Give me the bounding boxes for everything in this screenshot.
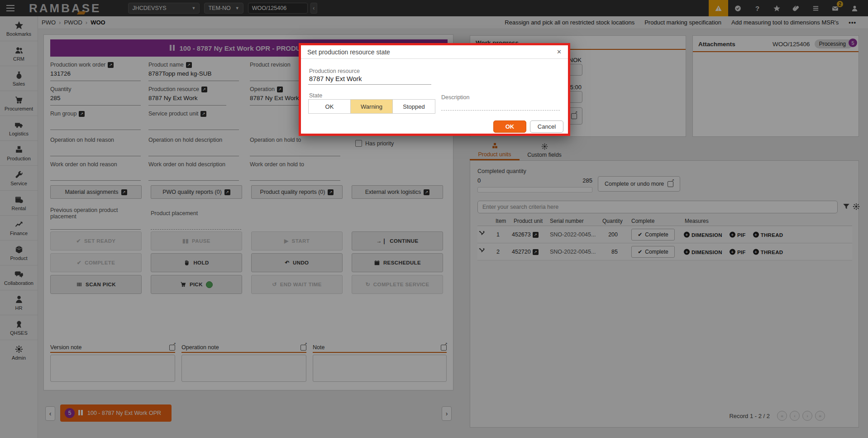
resource-value: 8787 Ny Ext Work (309, 75, 362, 82)
state-warning-button[interactable]: Warning (351, 100, 393, 113)
close-icon[interactable]: ✕ (557, 48, 562, 55)
state-label: State (309, 92, 322, 99)
set-resource-state-dialog: Set production resource state ✕ Producti… (299, 43, 570, 136)
state-stopped-button[interactable]: Stopped (393, 100, 435, 113)
state-ok-button[interactable]: OK (309, 100, 351, 113)
dialog-title: Set production resource state (307, 48, 390, 56)
rambase-app: RAMBASE JHCDEVSYS▼ TEM-NO▼ ‹ ? 2 PWO› PW… (0, 0, 868, 438)
state-segmented-control: OK Warning Stopped (308, 99, 435, 114)
ok-button[interactable]: OK (493, 120, 526, 133)
description-label: Description (441, 94, 470, 101)
resource-underline (308, 84, 431, 85)
description-input[interactable] (441, 101, 560, 111)
cancel-button[interactable]: Cancel (530, 120, 563, 133)
resource-label: Production resource (309, 68, 360, 74)
dialog-header: Set production resource state ✕ (301, 45, 568, 59)
